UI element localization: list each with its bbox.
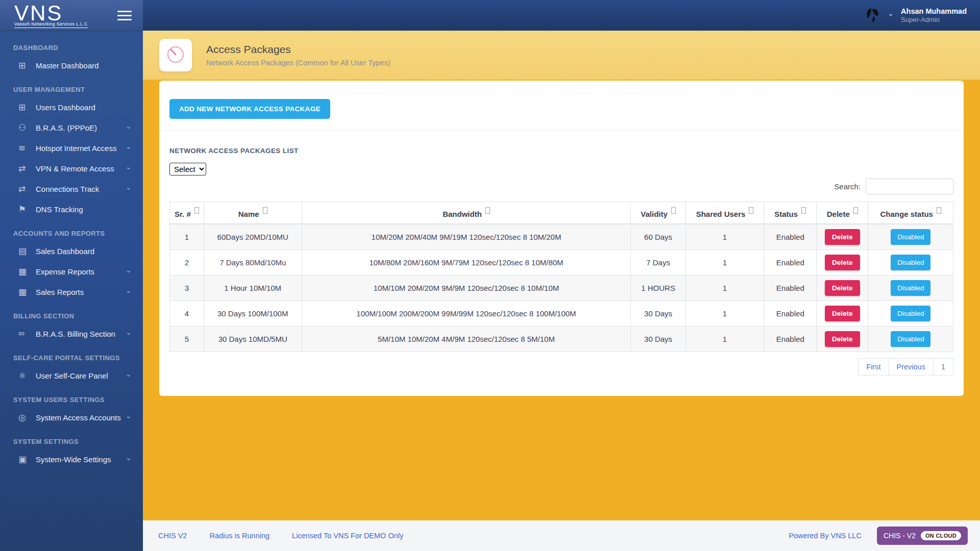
change-status-button[interactable]: Disabled [891,331,931,347]
page-length-select[interactable]: Select [169,163,206,176]
sidebar: VNS Vaseeh Networking Services L.L.C DAS… [0,0,143,551]
user-name: Ahsan Muhammad [901,7,967,16]
pagination-1[interactable]: 1 [933,358,953,375]
delete-button[interactable]: Delete [825,280,860,296]
cell-validity: 7 Days [631,249,685,275]
chevron-down-icon: ⌄ [125,411,132,420]
sidebar-item-sales-dashboard[interactable]: ▤Sales Dashboard [0,241,143,261]
nav-section-label: DASHBOARD [0,34,143,55]
cell-shared-users: 1 [685,224,764,249]
cell-validity: 60 Days [631,224,685,249]
sidebar-item-connections-track[interactable]: ⇄Connections Track⌄ [0,179,143,199]
packages-card: ADD NEW NETWORK ACCESS PACKAGE NETWORK A… [159,81,964,396]
sidebar-header: VNS Vaseeh Networking Services L.L.C [0,0,143,31]
column-header-validity[interactable]: Validity [631,202,685,224]
cell-status: Enabled [764,224,817,249]
sort-icon [671,207,676,214]
powered-by-link[interactable]: Powered By VNS LLC [789,532,862,540]
nav-section-label: SYSTEM SETTINGS [0,428,143,449]
sidebar-item-user-self-care-panel[interactable]: ⚛User Self-Care Panel⌄ [0,365,143,386]
pagination-previous[interactable]: Previous [889,358,934,375]
sidebar-item-master-dashboard[interactable]: ⊞Master Dashboard [0,55,143,76]
cell-sr: 4 [170,300,204,326]
packages-table: Sr. #NameBandwidthValidityShared UsersSt… [169,202,953,352]
cell-validity: 30 Days [631,300,685,326]
sidebar-item-system-access-accounts[interactable]: ◎System Access Accounts⌄ [0,407,143,428]
page-subtitle: Network Access Packages (Common for All … [206,59,390,67]
cell-bandwidth: 10M/10M 20M/20M 9M/9M 120sec/120sec 8 10… [302,275,631,300]
column-header-shared-users[interactable]: Shared Users [685,202,764,224]
sidebar-item-label: B.R.A.S. (PPPoE) [36,123,125,132]
cell-name: 1 Hour 10M/10M [204,275,302,300]
sidebar-item-label: System Access Accounts [36,413,125,422]
sidebar-item-sales-reports[interactable]: ▦Sales Reports⌄ [0,282,143,302]
brand-tagline: Vaseeh Networking Services L.L.C [14,22,88,28]
delete-button[interactable]: Delete [825,306,860,321]
cell-sr: 1 [170,224,204,249]
change-status-button[interactable]: Disabled [891,280,931,296]
cell-sr: 3 [170,275,204,300]
change-status-button[interactable]: Disabled [891,255,931,270]
page-title: Access Packages [206,43,390,56]
money-icon: ▤ [18,246,36,257]
cell-status: Enabled [764,249,817,275]
column-header-delete[interactable]: Delete [817,202,868,224]
users-icon: ⚇ [18,122,36,133]
cell-validity: 30 Days [631,326,685,352]
column-header-change-status[interactable]: Change status [868,202,953,224]
cell-shared-users: 1 [685,300,764,326]
brand-logo-text: VNS [14,3,88,24]
nav-section-label: ACCOUNTS AND REPORTS [0,219,143,241]
cell-status: Enabled [764,300,817,326]
divider [159,130,964,131]
sidebar-item-dns-tracking[interactable]: ⚑DNS Tracking [0,199,143,219]
delete-button[interactable]: Delete [825,255,860,270]
footer-link-radius-is-running[interactable]: Radius is Running [209,532,270,540]
chevron-down-icon: ⌄ [125,328,132,337]
brand-logo[interactable]: VNS Vaseeh Networking Services L.L.C [14,3,88,28]
change-status-button[interactable]: Disabled [891,229,931,245]
sidebar-item-label: Connections Track [36,185,125,193]
chevron-down-icon: ⌄ [125,453,132,462]
column-header-bandwidth[interactable]: Bandwidth [302,202,631,224]
footer-link-licensed-to-vns-for-demo-only[interactable]: Licensed To VNS For DEMO Only [292,532,403,540]
nav-section-label: SELF-CARE PORTAL SETTINGS [0,344,143,365]
sidebar-item-label: Users Dashboard [36,103,132,112]
cell-change-status: Disabled [868,326,953,352]
menu-toggle-icon[interactable] [117,8,132,23]
box-icon: ▣ [18,454,36,465]
pagination-first[interactable]: First [858,358,889,375]
footer-link-chis-v2[interactable]: CHIS V2 [158,532,187,540]
sidebar-item-expense-reports[interactable]: ▦Expense Reports⌄ [0,261,143,282]
sidebar-item-b-r-a-s-billing-section[interactable]: ∞B.R.A.S. Billing Section⌄ [0,323,143,344]
sidebar-item-hotspot-internet-access[interactable]: ≋Hotspot Internet Access⌄ [0,138,143,158]
add-package-button[interactable]: ADD NEW NETWORK ACCESS PACKAGE [169,99,330,119]
sidebar-item-label: Expense Reports [36,267,125,276]
sidebar-item-users-dashboard[interactable]: ⊞Users Dashboard [0,97,143,117]
delete-button[interactable]: Delete [825,229,860,245]
column-header-name[interactable]: Name [204,202,302,224]
cell-status: Enabled [764,275,817,300]
pagination: FirstPrevious1 [169,358,953,375]
table-row: 430 Days 100M/100M100M/100M 200M/200M 99… [170,300,953,326]
timer-icon [164,43,187,67]
column-header-sr-[interactable]: Sr. # [170,202,204,224]
chevron-down-icon: ⌄ [888,9,894,17]
sort-icon [937,207,941,214]
cell-delete: Delete [817,249,868,275]
sidebar-item-vpn-remote-access[interactable]: ⇄VPN & Remote Access⌄ [0,158,143,179]
change-status-button[interactable]: Disabled [891,306,931,321]
user-menu[interactable]: ⌄ Ahsan Muhammad Super-Admin [862,5,967,26]
cell-validity: 1 HOURS [631,275,685,300]
cell-change-status: Disabled [868,300,953,326]
sidebar-item-system-wide-settings[interactable]: ▣System-Wide Settings⌄ [0,449,143,469]
sidebar-item-label: Sales Dashboard [36,247,132,256]
sidebar-item-b-r-a-s-pppoe-[interactable]: ⚇B.R.A.S. (PPPoE)⌄ [0,117,143,138]
sidebar-item-label: DNS Tracking [36,205,132,214]
cell-name: 60Days 20MD/10MU [204,224,302,249]
delete-button[interactable]: Delete [825,331,860,347]
cell-sr: 2 [170,249,204,275]
column-header-status[interactable]: Status [764,202,817,224]
search-input[interactable] [866,179,953,194]
topbar: ⌄ Ahsan Muhammad Super-Admin [143,0,980,31]
